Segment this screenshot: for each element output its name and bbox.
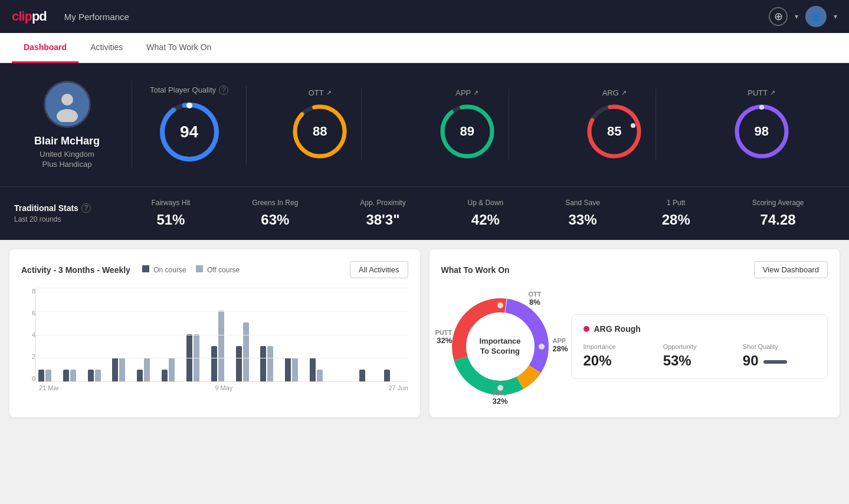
stat-proximity: App. Proximity 38'3" xyxy=(360,199,405,228)
bar-on-8 xyxy=(211,346,217,381)
x-axis: 21 Mar 9 May 27 Jun xyxy=(21,384,408,391)
grid-line-2 xyxy=(36,358,408,358)
stat-oneputt: 1 Putt 28% xyxy=(662,199,690,228)
bar-group-14 xyxy=(359,370,381,381)
tab-what-to-work-on[interactable]: What To Work On xyxy=(135,33,223,63)
scoring-label: Scoring Average xyxy=(752,199,804,207)
bottom-panels: Activity - 3 Months - Weekly On course O… xyxy=(0,240,849,427)
arg-arrow: ↗ xyxy=(621,89,627,97)
user-chevron: ▾ xyxy=(834,12,837,21)
stat-greens: Greens In Reg 63% xyxy=(252,199,298,228)
svg-point-11 xyxy=(631,123,635,128)
bar-on-3 xyxy=(88,370,94,381)
y-axis: 0 2 4 6 8 xyxy=(21,288,35,382)
ott-arrow: ↗ xyxy=(326,89,332,97)
ott-ring: 88 xyxy=(290,102,349,161)
donut-label-app: APP 28% xyxy=(552,337,568,353)
legend-on-course: On course xyxy=(142,265,186,274)
bar-group-10 xyxy=(260,346,282,381)
putt-ring: 98 xyxy=(732,102,791,161)
scores-section: Total Player Quality ? 94 OTT ↗ xyxy=(132,85,835,164)
what-to-work-on-panel: What To Work On View Dashboard xyxy=(430,249,840,417)
app-arrow: ↗ xyxy=(473,89,478,97)
wtwo-header: What To Work On View Dashboard xyxy=(441,261,828,278)
ott-value: 88 xyxy=(313,124,327,139)
grid-line-4 xyxy=(36,335,408,335)
top-nav: clippd My Performance ⊕ ▾ 👤 ▾ xyxy=(0,0,849,33)
all-activities-button[interactable]: All Activities xyxy=(350,261,408,278)
bar-off-12 xyxy=(317,370,323,381)
donut-center: ImportanceTo Scoring xyxy=(479,337,520,357)
view-dashboard-button[interactable]: View Dashboard xyxy=(754,261,828,278)
metric-opportunity: Opportunity 53% xyxy=(663,343,736,369)
x-label-may: 9 May xyxy=(215,384,232,391)
donut-label-putt: PUTT 32% xyxy=(435,329,453,345)
user-avatar-button[interactable]: 👤 xyxy=(805,6,827,27)
bar-on-2 xyxy=(63,370,69,381)
donut-label-ott: OTT 8% xyxy=(529,291,542,307)
bars-area xyxy=(35,288,408,382)
tab-activities[interactable]: Activities xyxy=(78,33,135,63)
opportunity-label: Opportunity xyxy=(663,343,736,350)
importance-label: Importance xyxy=(584,343,656,350)
updown-label: Up & Down xyxy=(468,199,504,207)
shot-quality-bar xyxy=(763,360,787,364)
bar-group-11 xyxy=(285,358,307,381)
total-quality-label: Total Player Quality ? xyxy=(150,85,228,95)
svg-point-20 xyxy=(497,302,503,308)
app-label: APP ↗ xyxy=(455,88,478,97)
arg-rough-dot xyxy=(584,326,589,332)
activity-header-left: Activity - 3 Months - Weekly On course O… xyxy=(21,265,240,275)
proximity-label: App. Proximity xyxy=(360,199,405,207)
logo: clippd xyxy=(12,9,47,24)
add-button[interactable]: ⊕ xyxy=(769,7,788,26)
bar-on-1 xyxy=(38,370,44,381)
fairways-label: Fairways Hit xyxy=(151,199,190,207)
shot-quality-value: 90 xyxy=(743,353,759,369)
ott-label: OTT ↗ xyxy=(309,88,332,97)
bar-group-1 xyxy=(38,370,60,381)
svg-point-21 xyxy=(539,344,545,350)
y-label-2: 2 xyxy=(21,353,35,360)
stat-updown: Up & Down 42% xyxy=(468,199,504,228)
player-name: Blair McHarg xyxy=(34,135,100,147)
bar-group-2 xyxy=(63,370,85,381)
add-chevron: ▾ xyxy=(795,12,798,21)
tab-dashboard[interactable]: Dashboard xyxy=(12,33,78,63)
bar-group-3 xyxy=(88,370,110,381)
x-label-mar: 21 Mar xyxy=(39,384,59,391)
chart-legend: On course Off course xyxy=(142,265,240,274)
bar-off-4 xyxy=(119,358,125,381)
y-label-8: 8 xyxy=(21,288,35,295)
putt-arrow: ↗ xyxy=(770,89,775,97)
arg-value: 85 xyxy=(607,124,621,139)
plus-icon: ⊕ xyxy=(774,10,783,23)
bar-on-6 xyxy=(162,370,168,381)
shot-quality-label: Shot Quality xyxy=(743,343,815,350)
tab-bar: Dashboard Activities What To Work On xyxy=(0,33,849,63)
proximity-value: 38'3" xyxy=(366,212,399,228)
bar-group-12 xyxy=(310,358,332,381)
bar-on-11 xyxy=(285,358,291,381)
stat-sandsave: Sand Save 33% xyxy=(565,199,600,228)
player-info: Blair McHarg United Kingdom Plus Handica… xyxy=(14,81,132,169)
y-label-4: 4 xyxy=(21,331,35,338)
svg-point-14 xyxy=(759,105,764,110)
arg-ring: 85 xyxy=(585,102,644,161)
oneputt-value: 28% xyxy=(662,212,690,228)
bar-group-8 xyxy=(211,311,233,381)
donut-label-arg: ARG 32% xyxy=(492,390,507,406)
trad-help-icon[interactable]: ? xyxy=(81,203,91,213)
y-label-0: 0 xyxy=(21,375,35,382)
bar-group-4 xyxy=(112,358,134,381)
greens-value: 63% xyxy=(261,212,289,228)
bar-on-4 xyxy=(112,358,118,381)
svg-point-1 xyxy=(57,109,78,122)
shot-quality-row: 90 xyxy=(743,353,815,369)
nav-actions: ⊕ ▾ 👤 ▾ xyxy=(769,6,837,27)
grid-line-8 xyxy=(36,288,408,288)
hero-section: Blair McHarg United Kingdom Plus Handica… xyxy=(0,63,849,186)
arg-rough-title: ARG Rough xyxy=(584,324,816,334)
nav-title: My Performance xyxy=(64,12,769,22)
help-icon[interactable]: ? xyxy=(219,85,228,95)
